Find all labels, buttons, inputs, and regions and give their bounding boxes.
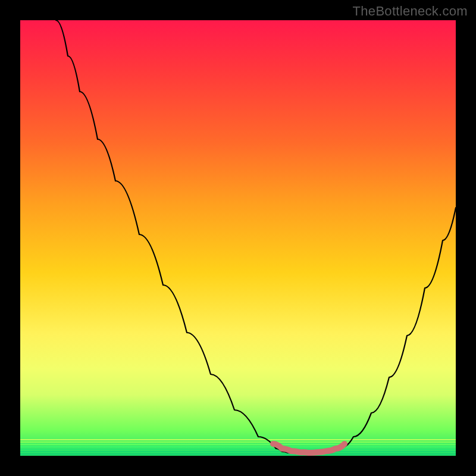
chart-stage: TheBottleneck.com [0,0,476,476]
chart-svg [20,20,456,456]
watermark-text: TheBottleneck.com [353,4,468,19]
bottleneck-curve [56,20,456,454]
plot-area [20,20,456,456]
trough-highlight [273,444,345,453]
